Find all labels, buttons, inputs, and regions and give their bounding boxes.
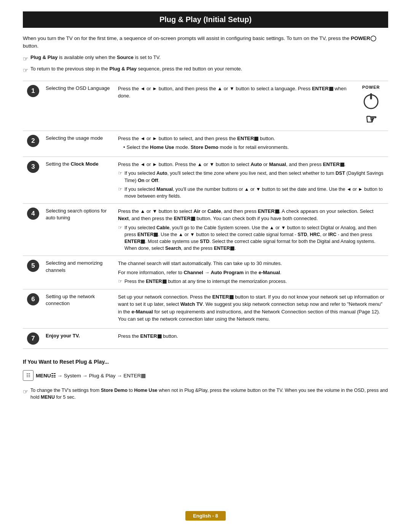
step-row-6: 6 Setting up the network connection Set …	[23, 289, 388, 328]
steps-table: 1 Selecting the OSD Language Press the ◄…	[23, 81, 388, 349]
menu-path: ☷ MENU☷ → System → Plug & Play → ENTER▩	[23, 369, 388, 382]
step-row-5: 5 Selecting and memorizing channels The …	[23, 256, 388, 289]
reset-title: If You Want to Reset Plug & Play...	[23, 359, 388, 365]
step-row-4: 4 Selecting search options for auto tuni…	[23, 203, 388, 256]
step-row-3: 3 Setting the Clock Mode Press the ◄ or …	[23, 157, 388, 203]
power-button-icon	[361, 91, 381, 111]
note-icon-1: ☞	[23, 54, 28, 63]
step-title-5: Selecting and memorizing channels	[43, 256, 116, 289]
step-4-note-1: ☞ If you selected Cable, you'll go to th…	[118, 224, 386, 252]
note-2: ☞ To return to the previous step in the …	[23, 66, 388, 75]
power-label: POWER ☞	[356, 85, 386, 127]
menu-icon: ☷	[23, 370, 33, 381]
step-title-7: Enjoy your TV.	[43, 328, 116, 348]
step-content-5: The channel search will start automatica…	[116, 256, 388, 289]
step-5-note-1: ☞ Press the ENTER▩ button at any time to…	[118, 278, 386, 285]
step-row-1: 1 Selecting the OSD Language Press the ◄…	[23, 81, 388, 131]
bottom-note-icon: ☞	[23, 387, 28, 396]
step-num-4: 4	[23, 203, 43, 256]
note-icon-2: ☞	[23, 66, 28, 75]
step-content-7: Press the ENTER▩ button.	[116, 328, 388, 348]
step-title-1: Selecting the OSD Language	[43, 81, 116, 131]
svg-rect-1	[370, 93, 372, 99]
step-title-2: Selecting the usage mode	[43, 131, 116, 157]
step-num-1: 1	[23, 81, 43, 131]
power-image-cell: POWER ☞	[354, 81, 388, 131]
step-3-note-2: ☞ If you selected Manual, you'll use the…	[118, 186, 386, 200]
step-num-3: 3	[23, 157, 43, 203]
step-content-1: Press the ◄ or ► button, and then press …	[116, 81, 354, 131]
step-content-4: Press the ▲ or ▼ button to select Air or…	[116, 203, 388, 256]
hand-icon: ☞	[365, 112, 377, 127]
step-title-3: Setting the Clock Mode	[43, 157, 116, 203]
step-num-7: 7	[23, 328, 43, 348]
step-3-note-1: ☞ If you selected Auto, you'll select th…	[118, 170, 386, 184]
step-title-6: Setting up the network connection	[43, 289, 116, 328]
footer-bar: English - 8	[185, 511, 226, 521]
step-row-7: 7 Enjoy your TV. Press the ENTER▩ button…	[23, 328, 388, 348]
step-num-6: 6	[23, 289, 43, 328]
step-content-3: Press the ◄ or ► button. Press the ▲ or …	[116, 157, 388, 203]
page-title: Plug & Play (Initial Setup)	[23, 11, 388, 28]
note-1: ☞ Plug & Play is available only when the…	[23, 54, 388, 63]
step-content-2: Press the ◄ or ► button to select, and t…	[116, 131, 388, 157]
intro-text: When you turn the TV on for the first ti…	[23, 35, 388, 50]
step-num-5: 5	[23, 256, 43, 289]
step-title-4: Selecting search options for auto tuning	[43, 203, 116, 256]
step-2-bullet: • Select the Home Use mode. Store Demo m…	[123, 144, 386, 151]
bottom-note: ☞ To change the TV's settings from Store…	[23, 387, 388, 401]
menu-path-text: MENU☷ → System → Plug & Play → ENTER▩	[36, 372, 146, 379]
page-container: Plug & Play (Initial Setup) When you tur…	[0, 0, 411, 431]
step-row-2: 2 Selecting the usage mode Press the ◄ o…	[23, 131, 388, 157]
step-content-6: Set up your network connection. Press th…	[116, 289, 388, 328]
step-num-2: 2	[23, 131, 43, 157]
